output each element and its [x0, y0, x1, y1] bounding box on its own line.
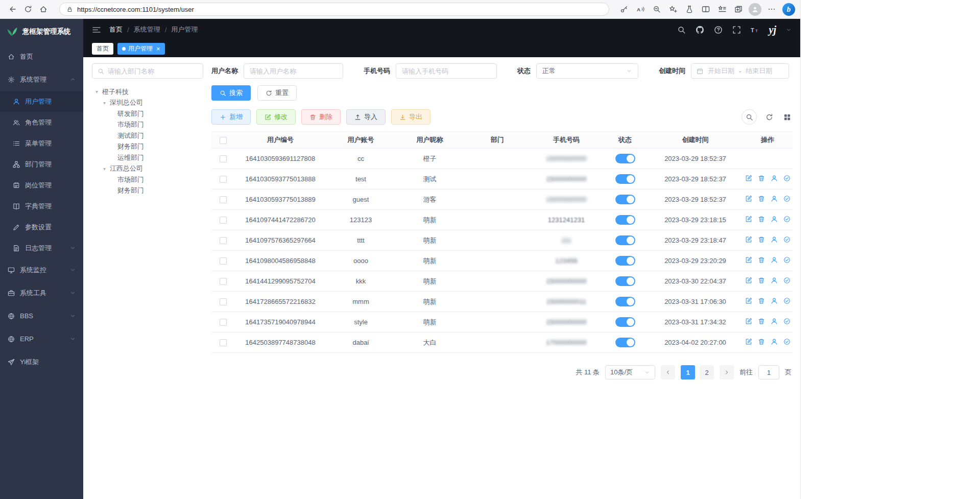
tab-close-icon[interactable]: × — [156, 45, 160, 52]
edit-row-icon[interactable] — [745, 195, 752, 202]
tree-node[interactable]: 市场部门 — [92, 174, 203, 185]
caret-down-icon[interactable]: ▾ — [102, 166, 107, 172]
more-icon[interactable] — [764, 2, 779, 16]
favorites-bar-icon[interactable] — [714, 2, 730, 16]
password-key-icon[interactable] — [616, 2, 632, 16]
delete-row-icon[interactable] — [758, 277, 765, 284]
tree-node[interactable]: 财务部门 — [92, 185, 203, 197]
reset-password-icon[interactable] — [771, 175, 778, 182]
github-icon[interactable] — [696, 26, 704, 34]
column-settings-button[interactable] — [781, 111, 793, 123]
breadcrumb-item[interactable]: 用户管理 — [171, 25, 198, 34]
sidebar-item-post-management[interactable]: 岗位管理 — [0, 175, 83, 196]
reset-password-icon[interactable] — [771, 338, 778, 345]
user-menu-caret-icon[interactable] — [786, 27, 792, 33]
delete-row-icon[interactable] — [758, 175, 765, 182]
next-page-button[interactable] — [720, 365, 734, 379]
page-button-1[interactable]: 1 — [681, 365, 695, 379]
collections-icon[interactable] — [731, 2, 746, 16]
address-bar[interactable]: https://ccnetcore.com:1101/system/user — [59, 3, 609, 16]
edit-row-icon[interactable] — [745, 277, 752, 284]
import-button[interactable]: 导入 — [346, 109, 386, 125]
header-search-icon[interactable] — [677, 26, 686, 34]
edit-row-icon[interactable] — [745, 216, 752, 223]
status-switch[interactable] — [615, 174, 635, 184]
sidebar-item-home[interactable]: 首页 — [0, 45, 83, 68]
sidebar-item-erp[interactable]: ERP — [0, 327, 83, 350]
reset-password-icon[interactable] — [771, 277, 778, 284]
tree-node[interactable]: 测试部门 — [92, 130, 203, 141]
row-checkbox[interactable] — [220, 196, 227, 203]
page-size-select[interactable]: 10条/页 — [605, 365, 655, 379]
assign-role-icon[interactable] — [783, 338, 791, 345]
delete-row-icon[interactable] — [758, 195, 765, 202]
back-button[interactable] — [5, 2, 20, 16]
edit-row-icon[interactable] — [745, 338, 752, 345]
caret-down-icon[interactable]: ▾ — [94, 89, 100, 94]
row-checkbox[interactable] — [220, 155, 227, 162]
split-screen-icon[interactable] — [698, 2, 713, 16]
goto-page-input[interactable] — [758, 365, 779, 379]
assign-role-icon[interactable] — [783, 256, 791, 264]
bing-icon[interactable]: b — [782, 3, 795, 16]
breadcrumb-item[interactable]: 系统管理 — [134, 25, 160, 34]
sidebar-toggle-icon[interactable] — [92, 26, 101, 34]
delete-row-icon[interactable] — [758, 338, 765, 345]
dept-search-input[interactable] — [108, 67, 198, 75]
export-button[interactable]: 导出 — [391, 109, 431, 125]
sidebar-item-log-management[interactable]: 日志管理 — [0, 237, 83, 258]
edit-row-icon[interactable] — [745, 236, 752, 243]
sidebar-item-system-tools[interactable]: 系统工具 — [0, 281, 83, 304]
tree-node[interactable]: 运维部门 — [92, 152, 203, 163]
assign-role-icon[interactable] — [783, 277, 791, 284]
edit-row-icon[interactable] — [745, 175, 752, 182]
assign-role-icon[interactable] — [783, 318, 791, 325]
refresh-button[interactable] — [20, 2, 36, 16]
assign-role-icon[interactable] — [783, 216, 791, 223]
status-switch[interactable] — [615, 256, 635, 266]
sidebar-item-role-management[interactable]: 角色管理 — [0, 112, 83, 133]
row-checkbox[interactable] — [220, 298, 227, 305]
sidebar-item-yi-framework[interactable]: Yi框架 — [0, 350, 83, 373]
select-all-checkbox[interactable] — [220, 137, 227, 144]
status-switch[interactable] — [615, 235, 635, 245]
home-button[interactable] — [36, 2, 51, 16]
reset-password-icon[interactable] — [771, 297, 778, 304]
delete-button[interactable]: 删除 — [301, 109, 341, 125]
show-search-button[interactable] — [742, 109, 757, 125]
row-checkbox[interactable] — [220, 176, 227, 183]
extension-icon[interactable] — [682, 2, 697, 16]
tree-node[interactable]: 市场部门 — [92, 120, 203, 131]
add-button[interactable]: 新增 — [211, 109, 251, 125]
help-icon[interactable] — [714, 26, 723, 34]
sidebar-item-param-settings[interactable]: 参数设置 — [0, 217, 83, 237]
search-button[interactable]: 搜索 — [211, 85, 251, 101]
tree-node[interactable]: ▾深圳总公司 — [92, 98, 203, 109]
tab-user-management[interactable]: 用户管理× — [117, 43, 165, 55]
row-checkbox[interactable] — [220, 339, 227, 346]
prev-page-button[interactable] — [661, 365, 675, 379]
status-switch[interactable] — [615, 154, 635, 163]
sidebar-item-menu-management[interactable]: 菜单管理 — [0, 133, 83, 154]
sidebar-item-dept-management[interactable]: 部门管理 — [0, 154, 83, 175]
status-switch[interactable] — [615, 195, 635, 204]
font-size-icon[interactable]: TT — [751, 26, 759, 34]
tree-node[interactable]: 研发部门 — [92, 108, 203, 120]
row-checkbox[interactable] — [220, 278, 227, 285]
assign-role-icon[interactable] — [783, 297, 791, 304]
caret-down-icon[interactable]: ▾ — [102, 100, 107, 106]
delete-row-icon[interactable] — [758, 256, 765, 264]
tab-home[interactable]: 首页 — [92, 43, 113, 55]
status-select[interactable]: 正常 — [536, 63, 638, 79]
row-checkbox[interactable] — [220, 319, 227, 326]
status-switch[interactable] — [615, 215, 635, 225]
reset-button[interactable]: 重置 — [257, 85, 297, 101]
assign-role-icon[interactable] — [783, 236, 791, 243]
read-aloud-icon[interactable]: A — [633, 2, 648, 16]
edit-row-icon[interactable] — [745, 297, 752, 304]
sidebar-item-user-management[interactable]: 用户管理 — [0, 91, 83, 112]
edit-row-icon[interactable] — [745, 318, 752, 325]
sidebar-item-system-monitor[interactable]: 系统监控 — [0, 258, 83, 281]
refresh-table-button[interactable] — [763, 111, 775, 123]
zoom-icon[interactable] — [649, 2, 664, 16]
